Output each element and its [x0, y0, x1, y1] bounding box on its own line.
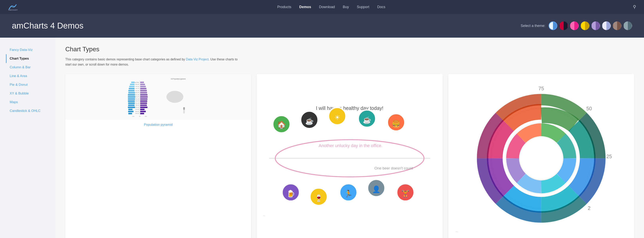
theme-purple[interactable] [591, 22, 600, 30]
logo[interactable]: AMCHARTS [8, 3, 18, 10]
svg-rect-19 [130, 84, 134, 85]
svg-rect-25 [128, 96, 135, 98]
chart-preview-timeline: I will have a healthy day today! Another… [257, 74, 442, 238]
theme-dark[interactable] [559, 22, 568, 30]
svg-text:US Population pyramid: US Population pyramid [171, 78, 186, 80]
data-viz-link[interactable]: Data Viz Project [186, 58, 208, 61]
svg-text:🍔: 🍔 [392, 120, 400, 128]
svg-text:👤: 👤 [372, 186, 380, 194]
svg-text:Another unlucky day in the off: Another unlucky day in the office. [319, 143, 382, 148]
svg-rect-37 [140, 88, 146, 89]
svg-text:60 to 64: 60 to 64 [135, 92, 139, 93]
svg-text:🏋: 🏋 [401, 190, 410, 198]
svg-text:2: 2 [588, 205, 590, 211]
sidebar-item-maps[interactable]: Maps [6, 98, 50, 106]
nav-support[interactable]: Support [357, 5, 369, 9]
theme-selector: Select a theme: [521, 22, 632, 30]
chart-name-pyramid: Population pyramid [65, 120, 251, 131]
svg-text:15 to 17: 15 to 17 [135, 113, 139, 114]
svg-text:30 to 34: 30 to 34 [135, 104, 139, 106]
svg-rect-35 [140, 84, 145, 85]
svg-text:80 to 84: 80 to 84 [135, 84, 139, 85]
svg-rect-39 [140, 92, 147, 94]
theme-brown[interactable] [613, 22, 622, 30]
svg-text:☕: ☕ [363, 116, 371, 124]
svg-rect-42 [140, 98, 148, 100]
chart-card-radial[interactable]: 75 50 25 2 ~ Radial Histogram [448, 74, 634, 238]
charts-grid: US Population pyramid 85 and Older 80 to… [65, 74, 634, 238]
svg-rect-40 [140, 94, 148, 96]
svg-rect-18 [131, 82, 134, 83]
nav-download[interactable]: Download [319, 5, 335, 9]
svg-rect-27 [128, 100, 135, 102]
svg-rect-47 [140, 109, 144, 110]
search-icon[interactable]: ⚲ [633, 4, 636, 10]
svg-rect-33 [128, 113, 132, 114]
sidebar-item-fancy[interactable]: Fancy Data-Viz [6, 46, 50, 54]
nav-docs[interactable]: Docs [377, 5, 385, 9]
chart-card-pyramid[interactable]: US Population pyramid 85 and Older 80 to… [65, 74, 251, 238]
sidebar-item-chart-types[interactable]: Chart Types [6, 54, 50, 63]
theme-pink[interactable] [570, 22, 579, 30]
sidebar-item-column-bar[interactable]: Column & Bar [6, 63, 50, 72]
svg-text:~: ~ [456, 229, 458, 234]
svg-rect-32 [128, 111, 134, 112]
sidebar-item-xy-bubble[interactable]: XY & Bubble [6, 89, 50, 98]
nav-products[interactable]: Products [277, 5, 291, 9]
svg-rect-36 [140, 86, 146, 87]
svg-text:🍺: 🍺 [286, 190, 295, 198]
svg-rect-26 [128, 98, 135, 100]
svg-text:25 to 29: 25 to 29 [135, 107, 139, 108]
svg-text:🍷: 🍷 [314, 194, 323, 202]
theme-kelly[interactable] [548, 22, 557, 30]
svg-text:🏠: 🏠 [277, 120, 286, 129]
svg-text:55 to 59: 55 to 59 [135, 94, 139, 96]
chart-preview-pyramid: US Population pyramid 85 and Older 80 to… [65, 74, 251, 120]
svg-text:~: ~ [263, 213, 266, 218]
sidebar-item-candlestick[interactable]: Candlestick & OHLC [6, 106, 50, 115]
svg-rect-30 [128, 107, 135, 108]
svg-text:75 to 79: 75 to 79 [135, 86, 139, 87]
svg-text:50 to 54: 50 to 54 [135, 96, 139, 98]
section-description: This category contains basic demos repre… [65, 57, 244, 67]
svg-rect-23 [128, 92, 135, 94]
chart-card-timeline[interactable]: I will have a healthy day today! Another… [257, 74, 442, 238]
sidebar-item-pie-donut[interactable]: Pie & Donut [6, 80, 50, 89]
theme-lavender[interactable] [602, 22, 611, 30]
nav-demos[interactable]: Demos [299, 5, 311, 9]
svg-text:18 to 21: 18 to 21 [135, 111, 139, 112]
svg-text:I will have a healthy day toda: I will have a healthy day today! [316, 105, 384, 111]
svg-rect-41 [140, 96, 148, 98]
theme-label: Select a theme: [521, 24, 546, 28]
main-layout: Fancy Data-Viz Chart Types Column & Bar … [0, 38, 644, 238]
svg-text:10%: 10% [145, 116, 147, 117]
svg-rect-38 [140, 90, 147, 92]
svg-rect-49 [140, 113, 144, 114]
svg-text:AMCHARTS: AMCHARTS [8, 9, 18, 10]
nav-links: Products Demos Download Buy Support Docs [30, 5, 633, 9]
nav-buy[interactable]: Buy [343, 5, 349, 9]
svg-text:☀: ☀ [334, 114, 340, 121]
page-title: amCharts 4 Demos [12, 21, 84, 30]
navigation: AMCHARTS Products Demos Download Buy Sup… [0, 0, 644, 14]
svg-rect-44 [140, 102, 147, 104]
svg-rect-24 [128, 94, 135, 96]
svg-text:40 to 44: 40 to 44 [135, 100, 139, 102]
theme-dots [548, 22, 632, 30]
theme-slate[interactable] [624, 22, 632, 30]
sidebar-item-line-area[interactable]: Line & Area [6, 72, 50, 80]
svg-rect-45 [140, 104, 147, 106]
svg-rect-56 [183, 107, 185, 110]
svg-rect-48 [140, 111, 146, 112]
svg-rect-29 [128, 104, 134, 106]
svg-rect-28 [128, 102, 135, 104]
hero-banner: amCharts 4 Demos Select a theme: [0, 14, 644, 38]
svg-text:75: 75 [538, 86, 544, 91]
svg-text:45 to 49: 45 to 49 [135, 98, 139, 100]
svg-text:0%: 0% [139, 116, 140, 117]
main-content: Chart Types This category contains basic… [56, 38, 644, 238]
svg-text:35 to 39: 35 to 39 [135, 102, 139, 104]
svg-text:70 to 74: 70 to 74 [135, 88, 139, 89]
theme-yellow[interactable] [581, 22, 590, 30]
svg-text:50: 50 [586, 106, 592, 112]
